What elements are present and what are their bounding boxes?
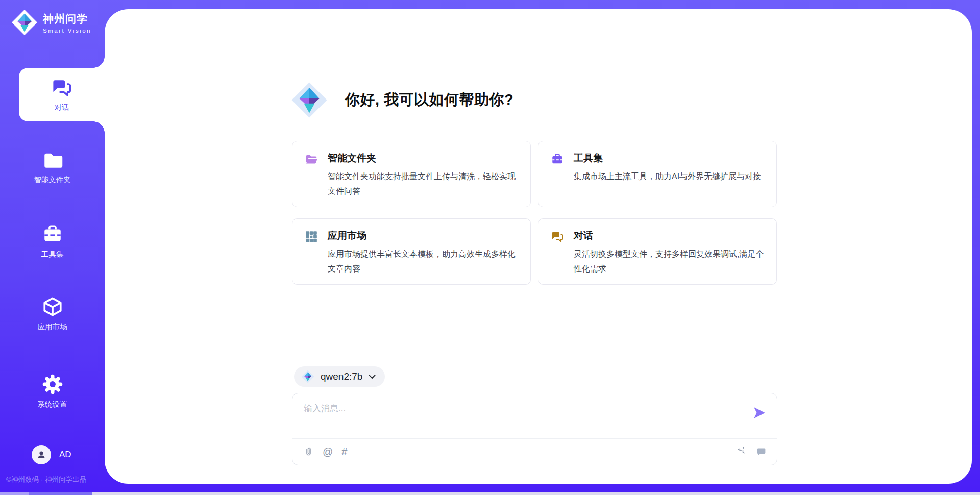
sidebar-item-label: 系统设置 bbox=[38, 400, 67, 409]
assistant-logo-icon bbox=[291, 82, 328, 118]
tab-flare-top bbox=[93, 57, 105, 68]
card-chat[interactable]: 对话 灵活切换多模型文件，支持多样回复效果调试,满足个性化需求 bbox=[538, 218, 777, 285]
app-logo-icon bbox=[11, 9, 38, 36]
feature-cards: 智能文件夹 智能文件夹功能支持批量文件上传与清洗，轻松实现文件问答 工具集 集成… bbox=[292, 141, 778, 285]
toolbox-icon bbox=[551, 153, 564, 166]
greeting-title: 你好, 我可以如何帮助你? bbox=[345, 90, 513, 110]
send-icon[interactable] bbox=[752, 407, 767, 419]
attach-file-icon[interactable] bbox=[303, 447, 314, 458]
sidebar-item-toolbox[interactable]: 工具集 bbox=[10, 224, 94, 259]
card-description: 集成市场上主流工具，助力AI与外界无缝扩展与对接 bbox=[574, 169, 764, 184]
folder-open-icon bbox=[305, 153, 318, 166]
card-description: 灵活切换多模型文件，支持多样回复效果调试,满足个性化需求 bbox=[574, 246, 764, 276]
composer-toolbar: @ # bbox=[303, 439, 767, 465]
card-title: 对话 bbox=[574, 229, 764, 242]
card-smart-folder[interactable]: 智能文件夹 智能文件夹功能支持批量文件上传与清洗，轻松实现文件问答 bbox=[292, 141, 531, 207]
user-profile[interactable]: AD bbox=[32, 445, 71, 464]
copyright-text: ©神州数码 · 神州问学出品 bbox=[6, 475, 103, 484]
sidebar-item-app-market[interactable]: 应用市场 bbox=[10, 296, 94, 332]
folder-icon bbox=[42, 149, 63, 170]
sidebar-item-settings[interactable]: 系统设置 bbox=[10, 374, 94, 409]
comment-icon[interactable] bbox=[755, 447, 767, 458]
sidebar-item-label: 对话 bbox=[55, 103, 69, 112]
avatar bbox=[32, 445, 51, 464]
model-selector[interactable]: qwen2:7b bbox=[294, 366, 385, 387]
card-app-market[interactable]: 应用市场 应用市场提供丰富长文本模板，助力高效生成多样化文章内容 bbox=[292, 218, 531, 285]
message-composer: 输入消息... @ # bbox=[292, 393, 777, 465]
app-grid-icon bbox=[305, 230, 318, 243]
horizontal-scrollbar[interactable] bbox=[0, 492, 980, 495]
chat-icon bbox=[551, 230, 564, 243]
card-title: 智能文件夹 bbox=[328, 152, 518, 165]
model-name: qwen2:7b bbox=[321, 371, 362, 382]
hashtag-icon[interactable]: # bbox=[341, 446, 347, 458]
model-logo-icon bbox=[301, 370, 314, 383]
chat-icon bbox=[51, 77, 72, 98]
app-tagline: Smart Vision bbox=[43, 28, 91, 34]
card-title: 工具集 bbox=[574, 152, 764, 165]
mention-icon[interactable]: @ bbox=[323, 446, 333, 458]
user-name: AD bbox=[59, 450, 71, 460]
chevron-down-icon bbox=[369, 375, 376, 379]
brand: 神州问学 Smart Vision bbox=[11, 9, 91, 36]
history-icon[interactable] bbox=[737, 447, 748, 458]
card-title: 应用市场 bbox=[328, 229, 518, 242]
sidebar-item-smart-folder[interactable]: 智能文件夹 bbox=[10, 149, 94, 185]
sidebar-item-label: 智能文件夹 bbox=[34, 175, 71, 185]
card-description: 应用市场提供丰富长文本模板，助力高效生成多样化文章内容 bbox=[328, 246, 518, 276]
sidebar: 神州问学 Smart Vision 对话 智能文件夹 工具集 bbox=[0, 0, 105, 495]
app-title: 神州问学 bbox=[43, 12, 91, 26]
toolbox-icon bbox=[42, 224, 63, 245]
tab-flare-bottom bbox=[93, 121, 105, 133]
gear-icon bbox=[42, 374, 63, 395]
cube-icon bbox=[42, 296, 63, 317]
card-description: 智能文件夹功能支持批量文件上传与清洗，轻松实现文件问答 bbox=[328, 169, 518, 199]
sidebar-item-chat[interactable]: 对话 bbox=[19, 68, 105, 121]
message-input[interactable]: 输入消息... bbox=[304, 403, 741, 433]
person-icon bbox=[35, 449, 47, 461]
card-toolbox[interactable]: 工具集 集成市场上主流工具，助力AI与外界无缝扩展与对接 bbox=[538, 141, 777, 207]
sidebar-item-label: 工具集 bbox=[41, 250, 64, 259]
greeting: 你好, 我可以如何帮助你? bbox=[291, 82, 513, 118]
sidebar-item-label: 应用市场 bbox=[38, 322, 67, 332]
